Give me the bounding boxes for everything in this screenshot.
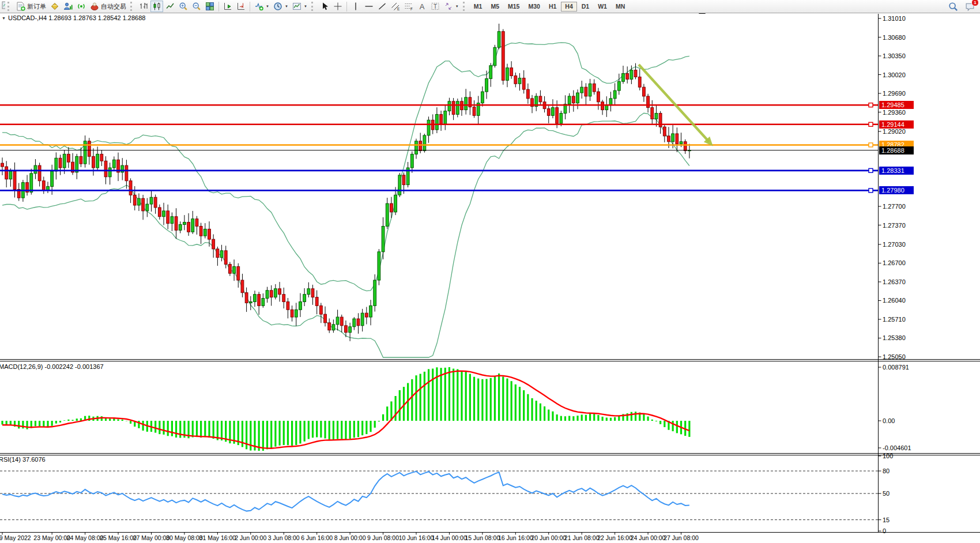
dropdown-caret: ▼ [455, 5, 459, 8]
horizontal-line-tool-button[interactable] [363, 1, 375, 12]
level-handle[interactable] [869, 122, 873, 126]
text-icon: A [417, 2, 427, 11]
chart-canvas[interactable] [0, 0, 980, 543]
arrows-icon [444, 2, 453, 11]
notification-badge: 1 [971, 0, 979, 6]
new-order-icon [16, 2, 25, 11]
mt4-window: 新订单 自动交易 [0, 0, 980, 543]
search-icon [948, 2, 958, 12]
text-tool-button[interactable]: A [416, 1, 428, 12]
chart-shift-icon [236, 2, 246, 11]
toolbar-grip [463, 2, 468, 11]
toolbar-right-tools: 1 [947, 1, 979, 12]
periods-button[interactable]: ▼ [272, 1, 290, 12]
vertical-line-tool-button[interactable] [349, 1, 362, 12]
notifications-button[interactable]: 1 [963, 1, 977, 12]
timeframe-m15-button[interactable]: M15 [504, 2, 523, 12]
level-handle[interactable] [869, 168, 873, 172]
trendline-tool-button[interactable] [376, 1, 389, 12]
level-handle[interactable] [869, 143, 873, 147]
cursor-icon [320, 2, 329, 11]
toolbar-grip [7, 2, 12, 11]
macd-histogram [2, 367, 689, 451]
toolbar-separator [218, 2, 219, 12]
candlestick-button[interactable] [150, 1, 163, 12]
level-handle[interactable] [869, 103, 873, 107]
toolbar-grip [130, 2, 135, 11]
indicators-icon [254, 2, 263, 11]
arrows-tool-button[interactable]: ▼ [442, 1, 461, 12]
svg-text:T: T [434, 3, 437, 10]
svg-text:F: F [410, 7, 413, 11]
svg-text:E: E [397, 7, 400, 11]
autotrade-button[interactable]: 自动交易 [88, 1, 128, 12]
search-button[interactable] [947, 1, 960, 12]
tile-windows-button[interactable] [203, 1, 216, 12]
new-order-label: 新订单 [27, 2, 46, 11]
signals-button[interactable] [75, 1, 88, 12]
timeframe-m30-button[interactable]: M30 [524, 2, 544, 12]
diamond-icon [50, 2, 59, 11]
toolbar-grip [311, 2, 316, 11]
toolbar-separator [250, 2, 250, 12]
candlestick-icon [152, 2, 161, 11]
timeframe-w1-button[interactable]: W1 [594, 2, 611, 12]
timeframe-d1-button[interactable]: D1 [578, 2, 593, 12]
text-label-tool-button[interactable]: T [429, 1, 442, 12]
main-toolbar: 新订单 自动交易 [0, 0, 980, 13]
rsi-line [2, 472, 689, 511]
level-handle[interactable] [869, 188, 873, 193]
cursor-tool-button[interactable] [318, 1, 331, 12]
new-order-button[interactable]: 新订单 [14, 1, 48, 12]
templates-button[interactable]: ▼ [291, 1, 309, 12]
diamond-button[interactable] [48, 1, 61, 12]
toolbar-separator [346, 2, 347, 12]
timeframe-m5-button[interactable]: M5 [487, 2, 503, 12]
horizontal-line-icon [364, 2, 374, 11]
trendline-icon [378, 2, 387, 11]
profile-button[interactable] [62, 1, 74, 12]
tile-windows-icon [205, 2, 214, 11]
autotrade-label: 自动交易 [101, 2, 126, 11]
vertical-line-icon [351, 2, 360, 11]
clipped-toolbar-button[interactable] [1, 1, 5, 12]
bar-chart-icon [139, 2, 148, 11]
auto-scroll-button[interactable] [221, 1, 234, 12]
svg-text:A: A [420, 2, 425, 11]
bar-chart-button[interactable] [137, 1, 150, 12]
templates-icon [292, 2, 301, 11]
fibonacci-icon: F [404, 2, 413, 11]
dropdown-caret: ▼ [285, 5, 288, 8]
line-chart-button[interactable] [164, 1, 176, 12]
text-label-icon: T [431, 2, 440, 11]
zoom-in-icon [179, 2, 188, 11]
chart-shift-button[interactable] [235, 1, 247, 12]
crosshair-icon [333, 2, 342, 11]
zoom-out-button[interactable] [190, 1, 203, 12]
indicators-button[interactable]: ▼ [252, 1, 271, 12]
fibonacci-tool-button[interactable]: F [402, 1, 415, 12]
timeframe-m1-button[interactable]: M1 [470, 2, 487, 12]
signal-icon [77, 2, 86, 11]
line-chart-icon [165, 2, 175, 11]
autotrade-icon [90, 2, 99, 11]
clock-icon [273, 2, 282, 11]
equidistant-channel-icon: E [391, 2, 400, 11]
dropdown-caret: ▼ [304, 5, 307, 8]
profile-icon [63, 2, 73, 11]
crosshair-tool-button[interactable] [331, 1, 344, 12]
chart-icon [1, 1, 5, 10]
zoom-in-button[interactable] [177, 1, 190, 12]
channel-tool-button[interactable]: E [389, 1, 402, 12]
timeframe-h4-button[interactable]: H4 [561, 2, 576, 12]
auto-scroll-icon [223, 2, 232, 11]
timeframe-h1-button[interactable]: H1 [545, 2, 560, 12]
dropdown-caret: ▼ [266, 5, 269, 8]
timeframe-mn-button[interactable]: MN [612, 2, 629, 12]
zoom-out-icon [192, 2, 201, 11]
